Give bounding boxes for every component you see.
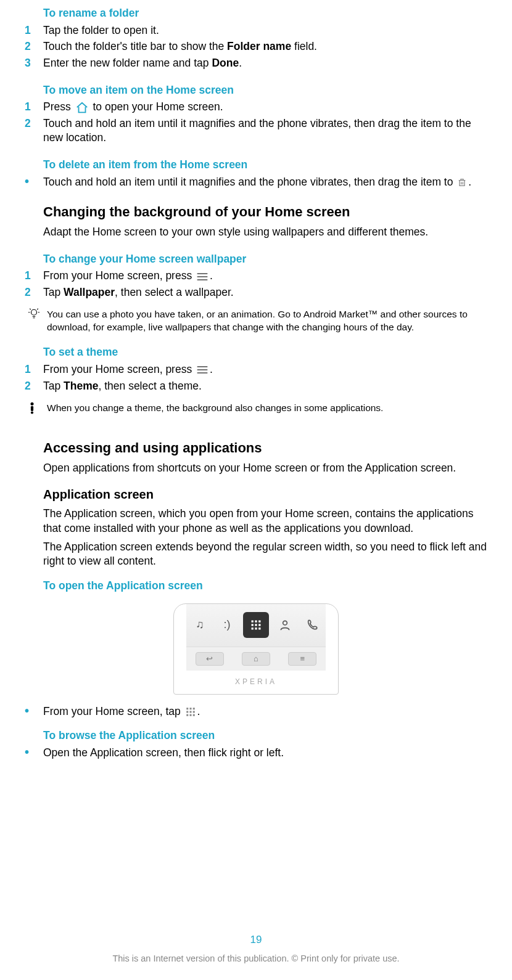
step-text: Tap Wallpaper, then select a wallpaper. — [43, 285, 493, 300]
step-number: 1 — [25, 362, 43, 377]
svg-rect-20 — [186, 714, 188, 716]
step-row: 3 Enter the new folder name and tap Done… — [25, 56, 493, 71]
bullet-row: • Touch and hold an item until it magnif… — [25, 175, 493, 190]
trash-icon — [457, 177, 467, 188]
step-row: 1 From your Home screen, press . — [25, 362, 493, 377]
paragraph: Open applications from shortcuts on your… — [43, 461, 493, 476]
menu-icon — [196, 365, 209, 374]
heading-changing-background: Changing the background of your Home scr… — [43, 203, 493, 221]
step-text: From your Home screen, press . — [43, 362, 493, 377]
step-row: 2 Touch the folder's title bar to show t… — [25, 39, 493, 54]
step-number: 1 — [25, 100, 43, 115]
step-text: From your Home screen, press . — [43, 269, 493, 284]
apps-grid-icon — [185, 706, 196, 717]
text: Tap — [43, 380, 64, 392]
bullet-row: • From your Home screen, tap . — [25, 704, 493, 719]
text: Touch the folder's title bar to show the — [43, 40, 227, 52]
text: . — [468, 176, 471, 188]
bullet-text: Open the Application screen, then flick … — [43, 746, 493, 761]
svg-rect-19 — [192, 711, 194, 713]
step-row: 2 Tap Theme, then select a theme. — [25, 379, 493, 394]
lightbulb-icon — [28, 308, 47, 323]
page-number: 19 — [0, 933, 512, 947]
svg-point-13 — [283, 621, 287, 625]
heading-delete-item: To delete an item from the Home screen — [43, 158, 493, 173]
menu-icon — [196, 272, 209, 281]
dock-messaging-icon: :) — [216, 614, 238, 636]
exclamation-icon — [28, 402, 47, 418]
bullet-icon: • — [25, 175, 43, 187]
svg-rect-11 — [255, 627, 257, 629]
step-text: Touch the folder's title bar to show the… — [43, 39, 493, 54]
step-number: 2 — [25, 116, 43, 131]
step-row: 2 Tap Wallpaper, then select a wallpaper… — [25, 285, 493, 300]
text: . — [210, 363, 213, 375]
svg-point-3 — [31, 412, 33, 414]
heading-rename-folder: To rename a folder — [43, 6, 493, 21]
tip-row: You can use a photo you have taken, or a… — [28, 308, 493, 334]
text: From your Home screen, press — [43, 269, 195, 282]
bullet-icon: • — [25, 704, 43, 717]
step-row: 2 Touch and hold an item until it magnif… — [25, 116, 493, 145]
paragraph: The Application screen, which you open f… — [43, 507, 493, 536]
nav-menu-key: ≡ — [288, 652, 316, 666]
footer-notice: This is an Internet version of this publ… — [0, 953, 512, 965]
svg-rect-22 — [192, 714, 194, 716]
nav-back-key: ↩ — [196, 652, 224, 666]
step-text: Touch and hold an item until it magnifie… — [43, 116, 493, 145]
home-icon — [75, 101, 89, 115]
svg-rect-12 — [258, 627, 260, 629]
text: From your Home screen, tap — [43, 705, 184, 717]
heading-application-screen: Application screen — [43, 486, 493, 503]
svg-rect-2 — [31, 406, 33, 411]
text: Touch and hold an item until it magnifie… — [43, 176, 456, 188]
svg-rect-17 — [186, 711, 188, 713]
bold-text: Wallpaper — [64, 286, 115, 298]
heading-move-item: To move an item on the Home screen — [43, 83, 493, 98]
step-row: 1 Press to open your Home screen. — [25, 100, 493, 115]
heading-change-wallpaper: To change your Home screen wallpaper — [43, 252, 493, 267]
svg-rect-16 — [192, 708, 194, 709]
nav-home-key: ⌂ — [242, 652, 270, 666]
svg-rect-10 — [252, 627, 254, 629]
text: Tap — [43, 286, 64, 298]
step-text: Tap the folder to open it. — [43, 23, 493, 38]
text: From your Home screen, press — [43, 363, 195, 375]
heading-open-app-screen: To open the Application screen — [43, 579, 493, 594]
text: field. — [291, 40, 317, 52]
page-footer: 19 This is an Internet version of this p… — [0, 933, 512, 966]
note-row: When you change a theme, the background … — [28, 402, 493, 418]
bold-text: Done — [212, 57, 239, 69]
heading-browse-app-screen: To browse the Application screen — [43, 729, 493, 743]
paragraph: Adapt the Home screen to your own style … — [43, 225, 493, 240]
paragraph: The Application screen extends beyond th… — [43, 540, 493, 569]
step-number: 2 — [25, 285, 43, 300]
text: , then select a theme. — [98, 380, 201, 392]
svg-rect-6 — [258, 620, 260, 622]
bullet-row: • Open the Application screen, then flic… — [25, 746, 493, 761]
bullet-text: From your Home screen, tap . — [43, 704, 493, 719]
step-row: 1 Tap the folder to open it. — [25, 23, 493, 38]
dock-media-icon: ♫ — [189, 614, 211, 636]
heading-set-theme: To set a theme — [43, 345, 493, 360]
step-row: 1 From your Home screen, press . — [25, 269, 493, 284]
bold-text: Theme — [64, 380, 98, 392]
bullet-text: Touch and hold an item until it magnifie… — [43, 175, 493, 190]
text: . — [197, 705, 200, 717]
step-number: 2 — [25, 379, 43, 394]
step-text: Tap Theme, then select a theme. — [43, 379, 493, 394]
svg-rect-18 — [189, 711, 191, 713]
text: . — [210, 269, 213, 282]
svg-rect-21 — [189, 714, 191, 716]
text: Press — [43, 100, 74, 113]
svg-point-0 — [31, 310, 37, 316]
text: to open your Home screen. — [90, 100, 223, 113]
svg-rect-15 — [189, 708, 191, 709]
svg-rect-5 — [255, 620, 257, 622]
bold-text: Folder name — [227, 40, 291, 52]
step-number: 3 — [25, 56, 43, 71]
svg-rect-9 — [258, 624, 260, 626]
svg-rect-14 — [186, 708, 188, 709]
svg-rect-8 — [255, 624, 257, 626]
step-text: Press to open your Home screen. — [43, 100, 493, 115]
